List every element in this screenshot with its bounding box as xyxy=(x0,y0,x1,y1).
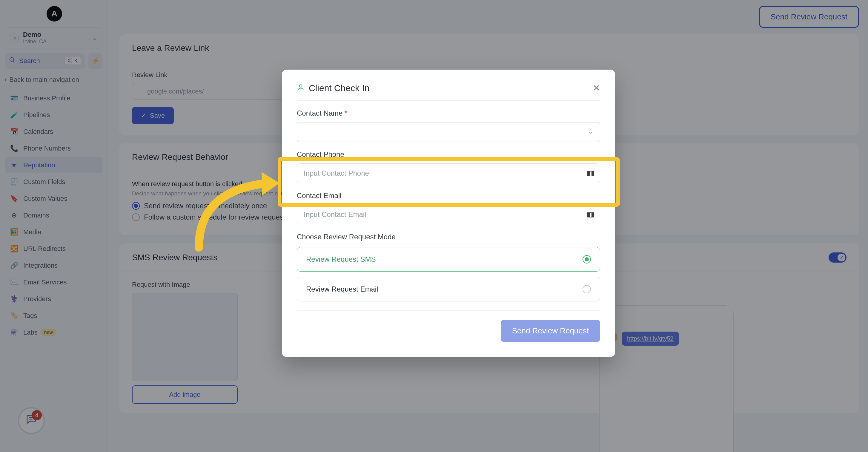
contact-phone-input[interactable] xyxy=(297,163,600,183)
mode-option-label: Review Request Email xyxy=(306,285,378,293)
label-text: Contact Name xyxy=(297,109,342,117)
autofill-icon[interactable]: ▮▯▮ xyxy=(586,170,594,177)
contact-name-select[interactable] xyxy=(297,122,600,142)
autofill-icon[interactable]: ▮▯▮ xyxy=(586,211,594,218)
mode-label: Choose Review Request Mode xyxy=(297,233,600,241)
client-checkin-modal: Client Check In ✕ Contact Name* Contact … xyxy=(282,70,615,357)
mode-option-label: Review Request SMS xyxy=(306,255,376,264)
contact-phone-label: Contact Phone xyxy=(297,150,600,159)
contact-email-input[interactable] xyxy=(297,205,600,224)
modal-title: Client Check In xyxy=(297,83,369,93)
contact-name-label: Contact Name* xyxy=(297,109,600,117)
person-icon xyxy=(297,83,305,93)
close-icon: ✕ xyxy=(593,83,600,93)
mode-email-option[interactable]: Review Request Email xyxy=(297,277,600,301)
svg-point-4 xyxy=(300,85,302,87)
radio-icon xyxy=(583,285,591,293)
contact-email-label: Contact Email xyxy=(297,191,600,200)
mode-sms-option[interactable]: Review Request SMS xyxy=(297,247,600,272)
modal-title-text: Client Check In xyxy=(309,83,369,93)
radio-icon xyxy=(583,255,591,264)
required-asterisk: * xyxy=(344,109,347,117)
close-button[interactable]: ✕ xyxy=(593,83,600,93)
send-review-request-modal-button[interactable]: Send Review Request xyxy=(501,320,600,342)
